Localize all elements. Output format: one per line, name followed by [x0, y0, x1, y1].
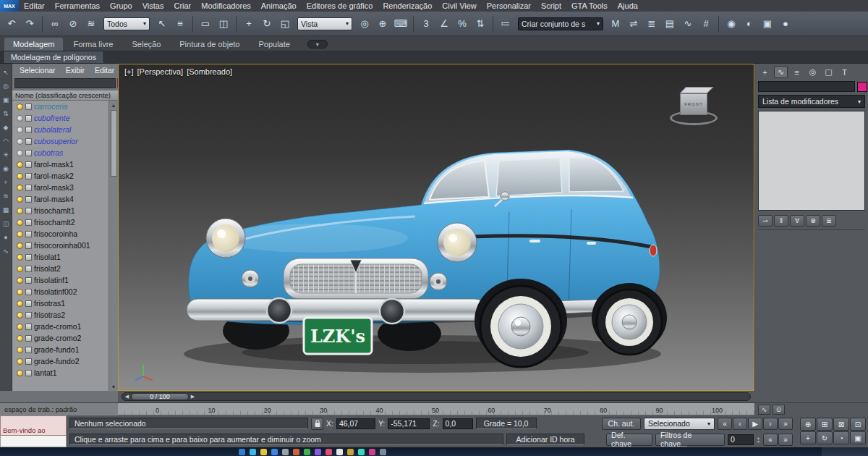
- display-helpers-icon[interactable]: +: [1, 177, 11, 187]
- next-frame-arrow[interactable]: ▶: [189, 393, 197, 400]
- keyboard-shortcut-override-icon[interactable]: ⌨: [392, 15, 409, 33]
- object-name-field[interactable]: [758, 81, 855, 92]
- menu-personalizar[interactable]: Personalizar: [482, 0, 536, 12]
- material-editor-icon[interactable]: ◉: [723, 15, 740, 33]
- macro-recorder-pane[interactable]: Bem-vindo ao: [0, 415, 67, 436]
- previous-frame-button[interactable]: ‹: [733, 418, 747, 430]
- orbit-icon[interactable]: ↻: [817, 431, 833, 444]
- visibility-bulb-icon[interactable]: [17, 370, 23, 376]
- explorer-menu-exibir[interactable]: Exibir: [61, 66, 89, 75]
- zoom-icon[interactable]: ⊕: [800, 418, 816, 431]
- taskbar-icon-12[interactable]: [358, 449, 365, 455]
- scene-object-row[interactable]: lantat1: [12, 367, 109, 379]
- display-groups-icon[interactable]: ▦: [1, 205, 11, 214]
- time-slider-handle[interactable]: 0 / 100: [131, 393, 189, 400]
- remove-modifier-button[interactable]: ⊗: [806, 215, 820, 227]
- pin-stack-button[interactable]: ⊸: [758, 215, 773, 227]
- named-selection-sets-dropdown[interactable]: Criar conjunto de s▾: [518, 17, 603, 30]
- taskbar-icon-10[interactable]: [336, 449, 343, 455]
- perspective-viewport[interactable]: [+] [Perspectiva] [Sombreado]: [118, 64, 754, 391]
- time-configuration-button[interactable]: ⊙: [773, 405, 785, 415]
- visibility-bulb-icon[interactable]: [17, 185, 23, 191]
- display-materials-icon[interactable]: ●: [1, 232, 11, 242]
- visibility-bulb-icon[interactable]: [17, 127, 23, 133]
- previous-frame-arrow[interactable]: ◀: [123, 393, 131, 400]
- list-header-name-sort[interactable]: Nome (classificação crescente): [12, 90, 118, 101]
- taskbar-icon-11[interactable]: [347, 449, 354, 455]
- find-icon[interactable]: ◎: [1, 81, 11, 90]
- time-slider-track[interactable]: ◀ 0 / 100 ▶: [122, 392, 751, 401]
- scroll-up-icon[interactable]: ▲: [109, 101, 119, 109]
- explorer-menu-editar[interactable]: Editar: [90, 66, 119, 75]
- mirror-icon[interactable]: M: [607, 15, 624, 33]
- scene-object-row[interactable]: cubofrente: [12, 112, 109, 124]
- scene-object-row[interactable]: frisolat2: [12, 263, 109, 274]
- scene-object-row[interactable]: grade-fundo2: [12, 355, 109, 367]
- menu-civil-view[interactable]: Civil View: [437, 0, 481, 12]
- coord-z-field[interactable]: [443, 418, 473, 429]
- scene-object-row[interactable]: grade-cromo2: [12, 332, 109, 344]
- tab-pintura-de-objeto[interactable]: Pintura de objeto: [171, 38, 248, 51]
- pan-icon[interactable]: +: [800, 431, 816, 444]
- scene-object-row[interactable]: farol-mask2: [12, 170, 109, 182]
- menu-script[interactable]: Script: [536, 0, 566, 12]
- select-filter-icon[interactable]: ↖: [1, 67, 11, 77]
- visibility-bulb-icon[interactable]: [17, 312, 23, 318]
- maximize-viewport-icon[interactable]: ▣: [850, 431, 866, 444]
- scene-object-row[interactable]: frisocoroinha001: [12, 240, 109, 251]
- menu-gta-tools[interactable]: GTA Tools: [566, 0, 613, 12]
- create-tab-icon[interactable]: +: [758, 66, 772, 78]
- search-input[interactable]: [14, 78, 116, 88]
- visibility-bulb-icon[interactable]: [17, 208, 23, 214]
- menu-editar[interactable]: Editar: [19, 0, 50, 12]
- taskbar-icon-7[interactable]: [304, 449, 310, 455]
- reference-coordinate-dropdown[interactable]: Vista▾: [297, 17, 352, 30]
- car-model[interactable]: LZK's: [169, 96, 676, 384]
- redo-icon[interactable]: ↷: [21, 15, 38, 33]
- auto-key-button[interactable]: Ch. aut.: [602, 418, 641, 430]
- taskbar-icon-5[interactable]: [282, 449, 289, 455]
- previous-key-button[interactable]: «: [763, 434, 778, 446]
- tab-modelagem-de-poligonos[interactable]: Modelagem de polígonos: [3, 51, 104, 63]
- scene-object-row[interactable]: farol-mask1: [12, 159, 109, 170]
- visibility-bulb-icon[interactable]: [17, 231, 23, 237]
- scene-object-row[interactable]: cubotras: [12, 147, 109, 159]
- key-mode-dropdown[interactable]: Selecionado ▾: [644, 418, 715, 430]
- set-key-button[interactable]: Def. chave: [606, 434, 652, 446]
- hierarchy-tab-icon[interactable]: ≡: [790, 66, 804, 78]
- select-and-link-icon[interactable]: ∞: [46, 15, 64, 33]
- menu-ajuda[interactable]: Ajuda: [613, 0, 643, 12]
- lock-cell-editing-icon[interactable]: ▣: [1, 95, 11, 104]
- percent-snap-icon[interactable]: %: [454, 15, 471, 33]
- add-time-tag-button[interactable]: Adicionar ID hora: [506, 434, 584, 445]
- modify-tab-icon[interactable]: ∿: [774, 66, 788, 78]
- menu-editores-de-grafico[interactable]: Editores de gráfico: [302, 0, 378, 12]
- scene-object-row[interactable]: grade-cromo1: [12, 321, 109, 332]
- field-of-view-icon[interactable]: ◔: [833, 431, 849, 444]
- frame-spinner[interactable]: ▲▼: [757, 436, 760, 443]
- taskbar-icon-9[interactable]: [326, 449, 332, 455]
- select-object-icon[interactable]: ↖: [153, 15, 171, 33]
- schematic-view-icon[interactable]: #: [697, 15, 715, 33]
- select-and-rotate-icon[interactable]: ↻: [258, 15, 276, 33]
- render-production-icon[interactable]: ●: [777, 15, 794, 33]
- object-color-swatch[interactable]: [857, 82, 867, 92]
- visibility-bulb-icon[interactable]: [17, 104, 23, 110]
- visibility-bulb-icon[interactable]: [17, 196, 23, 203]
- visibility-bulb-icon[interactable]: [17, 138, 23, 145]
- curve-editor-icon[interactable]: ∿: [679, 15, 697, 33]
- edit-named-selection-sets-icon[interactable]: ≔: [497, 15, 514, 33]
- list-scrollbar[interactable]: ▲ ▼: [109, 101, 118, 391]
- taskbar-icon-4[interactable]: [271, 449, 278, 455]
- visibility-bulb-icon[interactable]: [17, 254, 23, 261]
- taskbar-icon-13[interactable]: [369, 449, 375, 455]
- sync-selection-icon[interactable]: ⇅: [1, 109, 11, 118]
- scene-object-row[interactable]: frisotras1: [12, 297, 109, 309]
- scene-object-row[interactable]: frisolatinf002: [12, 286, 109, 297]
- select-and-scale-icon[interactable]: ◱: [276, 15, 294, 33]
- scene-object-row[interactable]: frisolatinf1: [12, 274, 109, 286]
- visibility-bulb-icon[interactable]: [17, 335, 23, 342]
- zoom-extents-icon[interactable]: ⊠: [833, 418, 849, 431]
- listener-pane[interactable]: [0, 436, 67, 447]
- make-unique-button[interactable]: ∀: [790, 215, 804, 227]
